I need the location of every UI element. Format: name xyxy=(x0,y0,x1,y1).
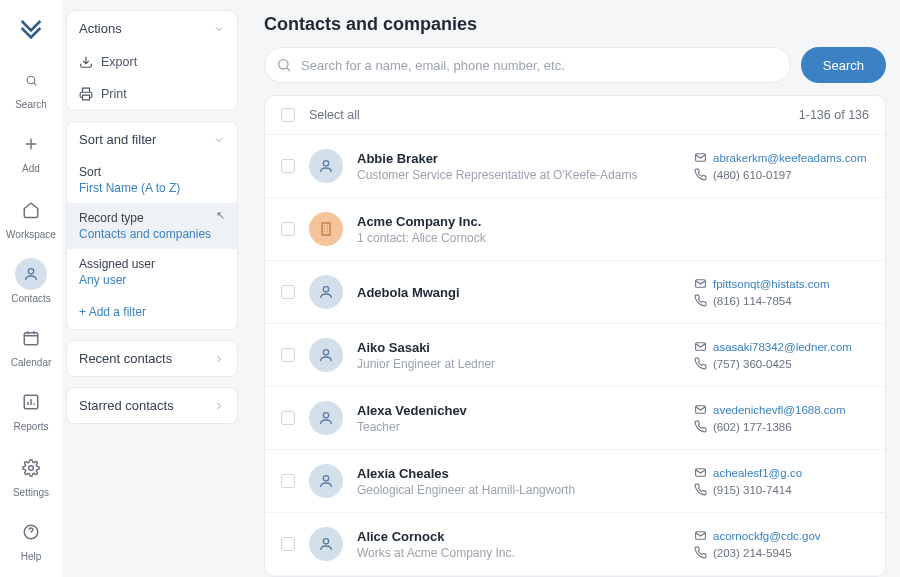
row-checkbox[interactable] xyxy=(281,222,295,236)
person-icon xyxy=(309,275,343,309)
filter-label: Record type xyxy=(79,211,225,225)
nav-contacts[interactable]: Contacts xyxy=(0,250,62,312)
phone-icon xyxy=(694,483,707,496)
chevron-down-icon xyxy=(213,23,225,35)
row-email[interactable]: avedenichevfl@1688.com xyxy=(694,403,869,416)
phone-icon xyxy=(694,420,707,433)
nav-label: Search xyxy=(15,99,47,110)
search-input[interactable] xyxy=(264,47,791,83)
row-body: Alexa Vedenichev Teacher xyxy=(357,403,694,434)
svg-point-12 xyxy=(323,350,328,355)
print-action[interactable]: Print xyxy=(67,78,237,110)
phone-icon xyxy=(694,546,707,559)
actions-header[interactable]: Actions xyxy=(67,11,237,46)
list-row[interactable]: Alexa Vedenichev Teacher avedenichevfl@1… xyxy=(265,387,885,450)
row-phone[interactable]: (915) 310-7414 xyxy=(694,483,869,496)
filter-label: Sort xyxy=(79,165,225,179)
print-label: Print xyxy=(101,87,127,101)
select-all-label: Select all xyxy=(309,108,360,122)
row-name: Alexa Vedenichev xyxy=(357,403,694,418)
row-phone[interactable]: (480) 610-0197 xyxy=(694,168,869,181)
row-body: Alexia Cheales Geological Engineer at Ha… xyxy=(357,466,694,497)
nav-search[interactable]: Search xyxy=(0,56,62,118)
nav-label: Workspace xyxy=(6,229,56,240)
nav-reports[interactable]: Reports xyxy=(0,378,62,440)
actions-card: Actions Export Print xyxy=(66,10,238,111)
sort-filter[interactable]: Sort First Name (A to Z) xyxy=(67,157,237,203)
nav-add[interactable]: Add xyxy=(0,120,62,182)
row-phone[interactable]: (203) 214-5945 xyxy=(694,546,869,559)
row-subtitle: Geological Engineer at Hamill-Langworth xyxy=(357,483,694,497)
row-checkbox[interactable] xyxy=(281,411,295,425)
row-email[interactable]: acornockfg@cdc.gov xyxy=(694,529,869,542)
row-email[interactable]: abrakerkm@keefeadams.com xyxy=(694,151,869,164)
row-name: Adebola Mwangi xyxy=(357,285,694,300)
list-row[interactable]: Abbie Braker Customer Service Representa… xyxy=(265,135,885,198)
row-checkbox[interactable] xyxy=(281,285,295,299)
list-row[interactable]: Acme Company Inc. 1 contact: Alice Corno… xyxy=(265,198,885,261)
row-subtitle: 1 contact: Alice Cornock xyxy=(357,231,869,245)
starred-contacts-card[interactable]: Starred contacts xyxy=(66,387,238,424)
nav-label: Settings xyxy=(13,487,49,498)
person-icon xyxy=(309,149,343,183)
sort-filter-header[interactable]: Sort and filter xyxy=(67,122,237,157)
row-body: Adebola Mwangi xyxy=(357,285,694,300)
row-contact-info: acornockfg@cdc.gov (203) 214-5945 xyxy=(694,529,869,559)
row-phone[interactable]: (757) 360-0425 xyxy=(694,357,869,370)
row-checkbox[interactable] xyxy=(281,537,295,551)
row-checkbox[interactable] xyxy=(281,159,295,173)
filter-value: Contacts and companies xyxy=(79,227,225,241)
record-type-filter[interactable]: Record type Contacts and companies ↖ xyxy=(67,203,237,249)
row-checkbox[interactable] xyxy=(281,474,295,488)
row-email[interactable]: fpittsonqt@histats.com xyxy=(694,277,869,290)
phone-icon xyxy=(694,294,707,307)
nav-label: Calendar xyxy=(11,357,52,368)
list-header: Select all 1-136 of 136 xyxy=(265,96,885,135)
nav-workspace[interactable]: Workspace xyxy=(0,186,62,248)
export-action[interactable]: Export xyxy=(67,46,237,78)
row-subtitle: Works at Acme Company Inc. xyxy=(357,546,694,560)
nav-label: Reports xyxy=(13,421,48,432)
filter-value: Any user xyxy=(79,273,225,287)
actions-title: Actions xyxy=(79,21,122,36)
assigned-user-filter[interactable]: Assigned user Any user xyxy=(67,249,237,295)
contact-list: Select all 1-136 of 136 Abbie Braker Cus… xyxy=(264,95,886,577)
list-row[interactable]: Adebola Mwangi fpittsonqt@histats.com (8… xyxy=(265,261,885,324)
row-body: Alice Cornock Works at Acme Company Inc. xyxy=(357,529,694,560)
svg-rect-2 xyxy=(24,333,38,345)
list-row[interactable]: Alexia Cheales Geological Engineer at Ha… xyxy=(265,450,885,513)
select-all-checkbox[interactable] xyxy=(281,108,295,122)
row-email[interactable]: achealesf1@g.co xyxy=(694,466,869,479)
recent-contacts-label: Recent contacts xyxy=(79,351,172,366)
row-email[interactable]: asasaki78342@ledner.com xyxy=(694,340,869,353)
row-phone[interactable]: (816) 114-7854 xyxy=(694,294,869,307)
list-row[interactable]: Aiko Sasaki Junior Engineer at Ledner as… xyxy=(265,324,885,387)
home-icon xyxy=(22,201,40,219)
nav-calendar[interactable]: Calendar xyxy=(0,314,62,376)
plus-icon xyxy=(22,135,40,153)
phone-icon xyxy=(694,357,707,370)
phone-icon xyxy=(694,168,707,181)
search-icon xyxy=(25,74,38,87)
person-icon xyxy=(309,464,343,498)
svg-point-18 xyxy=(323,539,328,544)
cursor-icon: ↖ xyxy=(216,209,225,222)
nav-settings[interactable]: Settings xyxy=(0,444,62,506)
row-checkbox[interactable] xyxy=(281,348,295,362)
svg-point-14 xyxy=(323,413,328,418)
filter-value: First Name (A to Z) xyxy=(79,181,225,195)
sidebar: Actions Export Print Sort and filter Sor… xyxy=(62,0,242,577)
row-contact-info: fpittsonqt@histats.com (816) 114-7854 xyxy=(694,277,869,307)
recent-contacts-card[interactable]: Recent contacts xyxy=(66,340,238,377)
svg-point-7 xyxy=(323,161,328,166)
search-button[interactable]: Search xyxy=(801,47,886,83)
mail-icon xyxy=(694,466,707,479)
row-phone[interactable]: (602) 177-1386 xyxy=(694,420,869,433)
add-filter-button[interactable]: + Add a filter xyxy=(67,295,237,329)
nav-help[interactable]: Help xyxy=(0,508,62,570)
row-name: Abbie Braker xyxy=(357,151,694,166)
nav-label: Add xyxy=(22,163,40,174)
nav-label: Help xyxy=(21,551,42,562)
chart-icon xyxy=(22,393,40,411)
list-row[interactable]: Alice Cornock Works at Acme Company Inc.… xyxy=(265,513,885,576)
